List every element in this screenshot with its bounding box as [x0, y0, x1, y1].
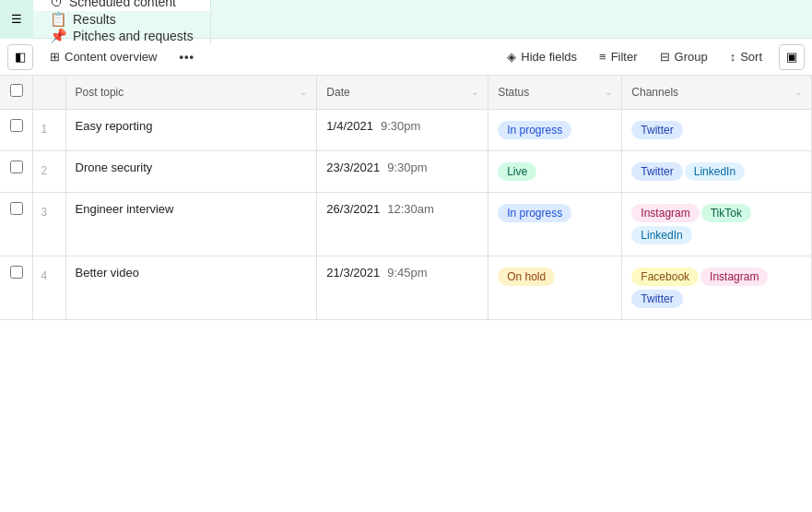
tab-label-results: Results — [73, 12, 116, 27]
table-body: 1Easy reporting1/4/20219:30pmIn progress… — [0, 109, 812, 319]
hamburger-icon: ☰ — [11, 12, 22, 26]
tab-icon-results: 📋 — [50, 11, 67, 28]
status-sort-icon: ⌄ — [605, 87, 612, 97]
table-row[interactable]: 4Better video21/3/20219:45pmOn holdFaceb… — [0, 256, 812, 319]
row-num-cell: 1 — [33, 109, 65, 150]
date-sort-icon: ⌄ — [471, 87, 478, 97]
channel-badge-facebook: Facebook — [631, 268, 699, 286]
filter-button[interactable]: ≡ Filter — [590, 46, 646, 67]
row-checkbox-0[interactable] — [10, 119, 23, 132]
table-row[interactable]: 2Drone security23/3/20219:30pmLiveTwitte… — [0, 150, 812, 192]
row-topic-cell: Drone security — [65, 150, 317, 192]
row-num-cell: 4 — [33, 256, 65, 319]
grid-view-button[interactable]: ⊞ Content overview — [41, 46, 166, 67]
top-nav: ☰ ⏱Scheduled content📋Results📌Pitches and… — [0, 0, 812, 39]
channel-badge-twitter: Twitter — [631, 121, 682, 139]
row-date-cell: 23/3/20219:30pm — [317, 150, 488, 192]
nav-tab-pitches[interactable]: 📌Pitches and requests — [33, 28, 211, 44]
view-label: Content overview — [65, 50, 157, 64]
row-num-cell: 2 — [33, 150, 65, 192]
hide-fields-label: Hide fields — [521, 50, 577, 64]
row-status-cell: In progress — [488, 109, 622, 150]
row-check-cell[interactable] — [0, 150, 33, 192]
table-header: Post topic ⌄ Date ⌄ Status ⌄ — [0, 76, 812, 109]
filter-label: Filter — [611, 50, 638, 64]
row-checkbox-2[interactable] — [10, 202, 23, 215]
tab-icon-scheduled: ⏱ — [50, 0, 64, 9]
layout-button[interactable]: ▣ — [779, 44, 805, 70]
more-options-button[interactable]: ••• — [170, 46, 204, 67]
row-checkbox-3[interactable] — [10, 266, 23, 279]
row-topic-cell: Better video — [65, 256, 317, 319]
row-num-cell: 3 — [33, 192, 65, 256]
sort-label: Sort — [740, 50, 762, 64]
row-time: 9:30pm — [387, 161, 427, 174]
channel-badge-linkedin: LinkedIn — [685, 162, 745, 181]
date-header-label: Date — [326, 86, 349, 99]
row-channels-cell: Twitter — [622, 109, 812, 150]
table-row[interactable]: 3Engineer interview26/3/202112:30amIn pr… — [0, 192, 812, 256]
sidebar-toggle-button[interactable]: ◧ — [7, 44, 33, 70]
row-check-cell[interactable] — [0, 109, 33, 150]
topic-sort-icon: ⌄ — [300, 87, 307, 97]
group-button[interactable]: ⊟ Group — [651, 46, 717, 67]
hamburger-button[interactable]: ☰ — [0, 0, 33, 39]
topic-header[interactable]: Post topic ⌄ — [65, 76, 317, 109]
channel-badge-instagram: Instagram — [631, 204, 699, 222]
status-badge: In progress — [498, 204, 571, 222]
num-header — [33, 76, 65, 109]
status-badge: In progress — [498, 121, 571, 139]
row-status-cell: Live — [488, 150, 622, 192]
toolbar: ◧ ⊞ Content overview ••• ◈ Hide fields ≡… — [0, 39, 812, 76]
channels-header[interactable]: Channels ⌄ — [622, 76, 812, 109]
table-row[interactable]: 1Easy reporting1/4/20219:30pmIn progress… — [0, 109, 812, 150]
row-status-cell: On hold — [488, 256, 622, 319]
channel-badge-twitter: Twitter — [631, 162, 682, 181]
row-topic-cell: Engineer interview — [65, 192, 317, 256]
content-table: Post topic ⌄ Date ⌄ Status ⌄ — [0, 76, 812, 320]
tab-icon-pitches: 📌 — [50, 28, 67, 44]
row-check-cell[interactable] — [0, 192, 33, 256]
group-icon: ⊟ — [660, 50, 670, 64]
topic-header-label: Post topic — [76, 86, 124, 99]
row-checkbox-1[interactable] — [10, 161, 23, 173]
sort-button[interactable]: ↕ Sort — [721, 46, 771, 67]
row-time: 12:30am — [387, 202, 434, 216]
nav-tab-scheduled[interactable]: ⏱Scheduled content — [33, 0, 211, 11]
row-status-cell: In progress — [488, 192, 622, 256]
grid-icon: ⊞ — [50, 50, 60, 64]
channel-badge-tiktok: TikTok — [701, 204, 751, 222]
check-all-checkbox[interactable] — [10, 84, 23, 97]
nav-tabs: ⏱Scheduled content📋Results📌Pitches and r… — [33, 0, 211, 44]
check-all-header[interactable] — [0, 76, 33, 109]
channel-badge-instagram: Instagram — [700, 268, 768, 286]
row-date-cell: 26/3/202112:30am — [317, 192, 488, 256]
table-container: Post topic ⌄ Date ⌄ Status ⌄ — [0, 76, 812, 512]
status-header-label: Status — [498, 86, 529, 99]
sort-icon: ↕ — [730, 50, 736, 64]
status-badge: On hold — [498, 268, 555, 286]
hide-fields-icon: ◈ — [507, 50, 516, 64]
row-date-cell: 21/3/20219:45pm — [317, 256, 488, 319]
status-header[interactable]: Status ⌄ — [488, 76, 622, 109]
filter-icon: ≡ — [599, 50, 606, 64]
channels-header-label: Channels — [631, 86, 678, 99]
status-badge: Live — [498, 162, 536, 181]
row-channels-cell: InstagramTikTokLinkedIn — [622, 192, 812, 256]
row-check-cell[interactable] — [0, 256, 33, 319]
date-header[interactable]: Date ⌄ — [317, 76, 488, 109]
row-date-cell: 1/4/20219:30pm — [317, 109, 488, 150]
row-channels-cell: TwitterLinkedIn — [622, 150, 812, 192]
nav-tab-results[interactable]: 📋Results — [33, 11, 211, 28]
row-date: 21/3/2021 — [326, 266, 380, 280]
tab-label-scheduled: Scheduled content — [69, 0, 176, 9]
channels-sort-icon: ⌄ — [794, 87, 802, 97]
channel-badge-linkedin: LinkedIn — [631, 226, 691, 244]
tab-label-pitches: Pitches and requests — [73, 29, 194, 43]
row-date: 26/3/2021 — [326, 202, 380, 216]
row-date: 1/4/2021 — [326, 119, 373, 133]
hide-fields-button[interactable]: ◈ Hide fields — [498, 46, 586, 67]
row-time: 9:45pm — [387, 266, 427, 280]
row-topic-cell: Easy reporting — [65, 109, 317, 150]
sidebar-toggle-icon: ◧ — [15, 50, 26, 64]
